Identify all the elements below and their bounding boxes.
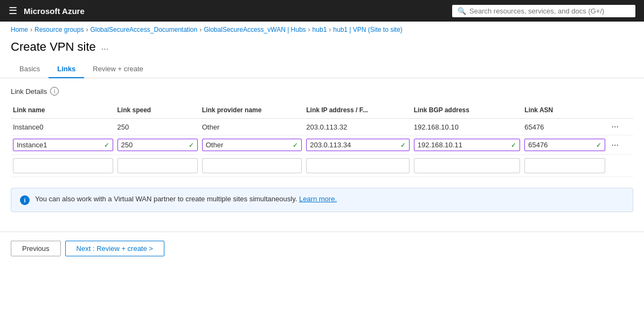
row0-name: Instance0: [11, 119, 115, 135]
table-header-row: Link name Link speed Link provider name …: [11, 102, 633, 119]
tab-links[interactable]: Links: [49, 60, 84, 78]
row2-bgp-input[interactable]: [418, 162, 517, 170]
row2-bgp-cell: [412, 155, 523, 177]
row2-name-input-wrapper[interactable]: [13, 158, 113, 173]
previous-button[interactable]: Previous: [11, 241, 61, 256]
row0-speed: 250: [115, 119, 200, 135]
row2-speed-input[interactable]: [121, 162, 194, 170]
breadcrumb-hub1[interactable]: hub1: [313, 26, 327, 33]
row1-actions: ···: [607, 135, 633, 155]
row2-bgp-input-wrapper[interactable]: [414, 158, 521, 173]
row1-speed-check-icon: ✓: [189, 141, 194, 149]
col-header-link-asn: Link ASN: [522, 102, 607, 119]
row2-provider-input[interactable]: [206, 162, 299, 170]
row0-bgp: 192.168.10.10: [412, 119, 523, 135]
section-label: Link Details i: [11, 87, 633, 96]
info-banner: i You can also work with a Virtual WAN p…: [11, 188, 633, 212]
link-details-label: Link Details: [11, 87, 47, 96]
breadcrumb-resource-groups[interactable]: Resource groups: [34, 26, 84, 33]
row1-asn-input[interactable]: [528, 141, 593, 149]
table-row: [11, 155, 633, 177]
page-title: Create VPN site: [11, 40, 96, 54]
row1-ip-check-icon: ✓: [400, 141, 406, 149]
hamburger-icon[interactable]: ☰: [9, 5, 17, 17]
row1-name-cell: ✓: [11, 135, 115, 155]
row1-name-input-wrapper[interactable]: ✓: [13, 139, 113, 151]
table-row: Instance0 250 Other 203.0.113.32 192.168…: [11, 119, 633, 135]
col-header-link-ip: Link IP address / F...: [304, 102, 412, 119]
row1-name-input[interactable]: [17, 141, 102, 149]
row2-speed-input-wrapper[interactable]: [117, 158, 198, 173]
breadcrumb-gsa-vwan[interactable]: GlobalSecureAccess_vWAN | Hubs: [204, 26, 306, 33]
search-input[interactable]: [469, 7, 630, 15]
search-icon: 🔍: [458, 7, 466, 15]
row2-ip-input[interactable]: [310, 162, 406, 170]
info-banner-icon: i: [20, 195, 30, 205]
row1-provider-input-wrapper[interactable]: ✓: [202, 139, 302, 151]
col-header-link-provider: Link provider name: [200, 102, 304, 119]
row1-provider-cell: ✓: [200, 135, 304, 155]
app-title: Microsoft Azure: [24, 6, 446, 16]
row2-ip-input-wrapper[interactable]: [306, 158, 410, 173]
page-header: Create VPN site ...: [0, 38, 644, 60]
row0-ip: 203.0.113.32: [304, 119, 412, 135]
breadcrumb: Home › Resource groups › GlobalSecureAcc…: [0, 22, 644, 38]
tab-bar: Basics Links Review + create: [0, 60, 644, 78]
row2-asn-input-wrapper[interactable]: [524, 158, 605, 173]
info-icon[interactable]: i: [50, 87, 59, 96]
row1-dots-menu[interactable]: ···: [610, 140, 621, 149]
footer: Previous Next : Review + create >: [0, 232, 644, 265]
row1-ip-input-wrapper[interactable]: ✓: [306, 139, 410, 151]
row1-asn-cell: ✓: [522, 135, 607, 155]
row1-ip-input[interactable]: [310, 141, 398, 149]
row1-bgp-input-wrapper[interactable]: ✓: [414, 139, 521, 151]
col-header-link-name: Link name: [11, 102, 115, 119]
link-table: Link name Link speed Link provider name …: [11, 102, 633, 177]
info-banner-text: You can also work with a Virtual WAN par…: [35, 195, 337, 203]
row1-name-check-icon: ✓: [104, 141, 109, 149]
row1-asn-check-icon: ✓: [596, 141, 601, 149]
breadcrumb-vpn[interactable]: hub1 | VPN (Site to site): [333, 26, 403, 33]
row1-bgp-input[interactable]: [418, 141, 509, 149]
col-header-link-bgp: Link BGP address: [412, 102, 523, 119]
row2-asn-input[interactable]: [528, 162, 601, 170]
row1-ip-cell: ✓: [304, 135, 412, 155]
row2-actions: [607, 155, 633, 177]
main-content: Link Details i Link name Link speed Link…: [0, 78, 644, 232]
topbar: ☰ Microsoft Azure 🔍: [0, 0, 644, 22]
row1-asn-input-wrapper[interactable]: ✓: [524, 139, 605, 151]
row2-name-cell: [11, 155, 115, 177]
row2-speed-cell: [115, 155, 200, 177]
row2-provider-input-wrapper[interactable]: [202, 158, 302, 173]
row1-bgp-cell: ✓: [412, 135, 523, 155]
table-row: ✓ ✓ ✓: [11, 135, 633, 155]
row1-bgp-check-icon: ✓: [511, 141, 516, 149]
row1-speed-cell: ✓: [115, 135, 200, 155]
row1-provider-input[interactable]: [206, 141, 291, 149]
col-header-link-speed: Link speed: [115, 102, 200, 119]
breadcrumb-gsa-docs[interactable]: GlobalSecureAccess_Documentation: [90, 26, 197, 33]
row1-speed-input-wrapper[interactable]: ✓: [117, 139, 198, 151]
row0-provider: Other: [200, 119, 304, 135]
breadcrumb-home[interactable]: Home: [11, 26, 28, 33]
row1-speed-input[interactable]: [121, 141, 186, 149]
row2-provider-cell: [200, 155, 304, 177]
row2-ip-cell: [304, 155, 412, 177]
col-header-actions: [607, 102, 633, 119]
next-button[interactable]: Next : Review + create >: [65, 241, 164, 256]
row2-name-input[interactable]: [17, 162, 109, 170]
tab-review-create[interactable]: Review + create: [84, 60, 152, 78]
row0-dots-menu[interactable]: ···: [610, 122, 621, 131]
info-banner-link[interactable]: Learn more.: [299, 195, 337, 203]
search-box[interactable]: 🔍: [452, 5, 635, 17]
row0-asn: 65476: [522, 119, 607, 135]
page-more-button[interactable]: ...: [101, 42, 108, 52]
tab-basics[interactable]: Basics: [11, 60, 49, 78]
row2-asn-cell: [522, 155, 607, 177]
row1-provider-check-icon: ✓: [293, 141, 298, 149]
row0-actions: ···: [607, 119, 633, 135]
